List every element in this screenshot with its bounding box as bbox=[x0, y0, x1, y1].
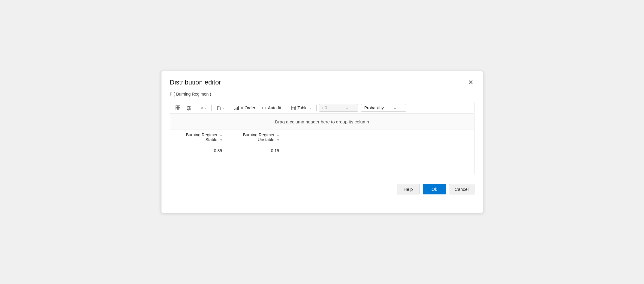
probability-select[interactable]: Probability ⌄ bbox=[361, 104, 406, 112]
table-dropdown-button[interactable]: Table ⌄ bbox=[289, 104, 314, 111]
copy-button[interactable]: ⌄ bbox=[214, 104, 227, 112]
probability-label: Probability bbox=[364, 105, 391, 110]
delete-chevron: ⌄ bbox=[204, 106, 207, 110]
distribution-editor-dialog: Distribution editor ✕ P ( Burning Regime… bbox=[161, 71, 483, 213]
table-chevron: ⌄ bbox=[309, 106, 311, 110]
separator-3 bbox=[229, 105, 229, 111]
crop-icon bbox=[175, 105, 181, 111]
close-button[interactable]: ✕ bbox=[467, 78, 474, 86]
col-header-unstable[interactable]: Burning Regimen = Unstable ▿ bbox=[227, 129, 284, 145]
vorder-label: V-Order bbox=[241, 105, 255, 110]
svg-rect-11 bbox=[234, 109, 235, 110]
time-slot-chevron: ⌄ bbox=[346, 106, 348, 110]
separator-2 bbox=[211, 105, 212, 111]
svg-point-7 bbox=[189, 108, 190, 109]
tune-button[interactable] bbox=[184, 104, 194, 112]
time-slot-value: t-0 bbox=[322, 105, 343, 110]
copy-chevron: ⌄ bbox=[222, 106, 224, 110]
drag-hint: Drag a column header here to group its c… bbox=[170, 114, 474, 129]
cell-empty bbox=[284, 145, 474, 156]
vorder-button[interactable]: V-Order bbox=[232, 104, 258, 112]
col-stable-label: Burning Regimen = Stable bbox=[186, 132, 222, 142]
svg-rect-12 bbox=[236, 108, 236, 110]
toolbar: × ⌄ ⌄ V-Order bbox=[170, 102, 474, 114]
svg-rect-3 bbox=[178, 108, 180, 110]
cell-stable-value[interactable]: 0.85 bbox=[170, 145, 227, 156]
copy-icon bbox=[216, 105, 221, 111]
col-header-empty bbox=[284, 129, 474, 145]
delete-icon: × bbox=[201, 105, 203, 111]
col-header-stable[interactable]: Burning Regimen = Stable ▿ bbox=[170, 129, 227, 145]
help-button[interactable]: Help bbox=[397, 184, 420, 194]
cell-empty-1 bbox=[170, 156, 227, 174]
svg-rect-1 bbox=[178, 106, 180, 108]
ok-button[interactable]: Ok bbox=[423, 184, 446, 194]
col-unstable-label: Burning Regimen = Unstable bbox=[243, 132, 279, 142]
cell-unstable-value[interactable]: 0.15 bbox=[227, 145, 284, 156]
dialog-header: Distribution editor ✕ bbox=[170, 78, 474, 86]
svg-point-5 bbox=[187, 106, 188, 107]
dialog-subtitle: P ( Burning Regimen ) bbox=[170, 92, 474, 96]
data-table: Burning Regimen = Stable ▿ Burning Regim… bbox=[170, 129, 474, 174]
autofit-label: Auto-fit bbox=[268, 105, 281, 110]
probability-chevron: ⌄ bbox=[394, 106, 396, 110]
svg-point-9 bbox=[188, 109, 189, 110]
filter-icon-unstable[interactable]: ▿ bbox=[277, 138, 279, 142]
table-icon bbox=[291, 106, 296, 110]
svg-rect-0 bbox=[176, 106, 178, 108]
separator-1 bbox=[196, 105, 196, 111]
delete-button[interactable]: × ⌄ bbox=[199, 104, 209, 112]
svg-rect-14 bbox=[238, 106, 239, 110]
cell-empty-2 bbox=[227, 156, 284, 174]
cancel-button[interactable]: Cancel bbox=[449, 184, 474, 194]
table-row-empty-1 bbox=[170, 156, 474, 174]
svg-rect-15 bbox=[291, 106, 296, 110]
tune-icon bbox=[186, 105, 191, 111]
autofit-icon bbox=[261, 105, 266, 111]
table-label: Table bbox=[297, 105, 307, 110]
separator-5 bbox=[316, 105, 317, 111]
cell-empty-3 bbox=[284, 156, 474, 174]
table-header-row: Burning Regimen = Stable ▿ Burning Regim… bbox=[170, 129, 474, 145]
filter-icon-stable[interactable]: ▿ bbox=[220, 138, 222, 142]
table-container: Drag a column header here to group its c… bbox=[170, 114, 474, 174]
table-row: 0.85 0.15 bbox=[170, 145, 474, 156]
autofit-button[interactable]: Auto-fit bbox=[259, 104, 284, 112]
svg-rect-10 bbox=[218, 107, 220, 110]
dialog-title: Distribution editor bbox=[170, 78, 221, 86]
crop-button[interactable] bbox=[173, 104, 183, 112]
separator-4 bbox=[286, 105, 286, 111]
vorder-icon bbox=[234, 105, 239, 111]
time-slot-select: t-0 ⌄ bbox=[319, 104, 358, 112]
svg-rect-2 bbox=[176, 108, 178, 110]
svg-rect-13 bbox=[237, 107, 238, 110]
dialog-footer: Help Ok Cancel bbox=[170, 182, 474, 194]
